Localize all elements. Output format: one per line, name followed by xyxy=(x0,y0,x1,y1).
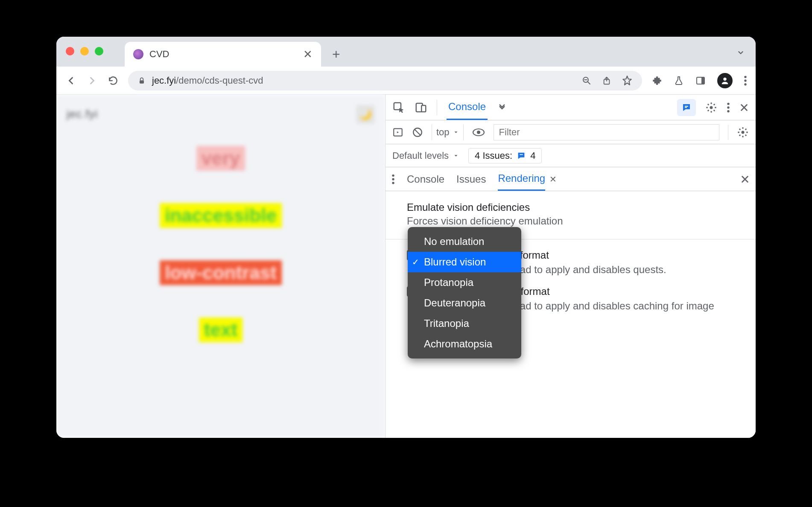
content-split: jec.fyi 🌙 very inaccessible low-contrast… xyxy=(56,95,756,438)
window-controls xyxy=(66,47,103,55)
zoom-out-icon[interactable] xyxy=(581,76,592,86)
console-sidebar-toggle-icon[interactable] xyxy=(392,127,403,138)
svg-point-22 xyxy=(742,131,745,134)
drawer-tabbar: Console Issues Rendering ✕ xyxy=(386,167,756,191)
dropdown-option[interactable]: Protanopia xyxy=(408,272,521,293)
tab-title: CVD xyxy=(149,49,297,60)
check-icon: ✓ xyxy=(412,257,419,267)
dropdown-option[interactable]: No emulation xyxy=(408,231,521,252)
page-word: inaccessible xyxy=(160,203,282,228)
rendering-setting-title: Emulate vision deficiencies xyxy=(407,201,734,213)
dropdown-option[interactable]: Achromatopsia xyxy=(408,334,521,354)
drawer-tab-console[interactable]: Console xyxy=(407,173,444,185)
forward-button[interactable] xyxy=(86,75,98,87)
drawer-tab-close-icon[interactable]: ✕ xyxy=(549,174,557,184)
theme-toggle-button[interactable]: 🌙 xyxy=(356,105,375,124)
settings-gear-icon[interactable] xyxy=(705,102,717,114)
devtools-menu-icon[interactable] xyxy=(727,102,730,113)
url-text: jec.fyi/demo/cds-quest-cvd xyxy=(152,75,575,86)
issues-counter[interactable]: 4 Issues: 4 xyxy=(468,148,542,163)
address-bar[interactable]: jec.fyi/demo/cds-quest-cvd xyxy=(128,71,642,90)
reload-button[interactable] xyxy=(108,75,119,86)
devtools-tab-console[interactable]: Console xyxy=(447,95,488,120)
profile-avatar[interactable] xyxy=(717,73,733,88)
tab-close-button[interactable]: ✕ xyxy=(303,48,313,61)
devtools-tabs-overflow-icon[interactable] xyxy=(497,102,507,113)
drawer-close-icon[interactable] xyxy=(740,175,750,184)
issues-count: 4 xyxy=(530,150,535,161)
omnibox-actions xyxy=(581,75,633,86)
devtools-close-icon[interactable] xyxy=(739,103,749,112)
share-icon[interactable] xyxy=(602,76,611,86)
tab-favicon xyxy=(133,49,143,59)
rendering-panel: Emulate vision deficiencies Forces visio… xyxy=(386,191,756,345)
console-filter-input[interactable] xyxy=(494,124,719,140)
devtools-topbar: Console xyxy=(386,95,756,120)
inspect-icon[interactable] xyxy=(392,101,405,114)
page-words: very inaccessible low-contrast text xyxy=(160,146,282,342)
svg-point-7 xyxy=(744,79,746,82)
page-word: text xyxy=(199,318,242,342)
svg-rect-11 xyxy=(421,105,426,112)
svg-point-17 xyxy=(727,110,729,112)
console-settings-gear-icon[interactable] xyxy=(737,126,749,138)
drawer-tab-rendering[interactable]: Rendering xyxy=(498,167,545,191)
console-toolbar: top xyxy=(386,120,756,144)
new-tab-button[interactable]: + xyxy=(332,47,340,67)
extensions-icon[interactable] xyxy=(651,75,663,86)
svg-point-14 xyxy=(710,106,713,109)
toolbar-actions xyxy=(651,73,747,88)
svg-rect-13 xyxy=(685,107,687,108)
svg-rect-0 xyxy=(140,80,144,84)
device-toggle-icon[interactable] xyxy=(415,101,427,114)
svg-point-25 xyxy=(392,178,394,180)
devtools-panel: Console top xyxy=(385,95,756,438)
clear-console-icon[interactable] xyxy=(412,127,423,138)
back-button[interactable] xyxy=(65,75,77,87)
browser-toolbar: jec.fyi/demo/cds-quest-cvd xyxy=(56,67,756,95)
window-maximize-button[interactable] xyxy=(95,47,103,55)
browser-menu-icon[interactable] xyxy=(744,75,747,86)
rendering-setting-subtitle: Forces vision deficiency emulation xyxy=(407,215,734,227)
svg-point-24 xyxy=(392,174,394,176)
dropdown-option[interactable]: Deuteranopia xyxy=(408,293,521,313)
dropdown-option[interactable]: Tritanopia xyxy=(408,313,521,334)
browser-tab[interactable]: CVD ✕ xyxy=(125,42,321,67)
page-word: low-contrast xyxy=(160,260,282,285)
drawer-tab-issues[interactable]: Issues xyxy=(456,173,486,185)
log-levels-label: Default levels xyxy=(392,150,449,161)
svg-point-6 xyxy=(744,76,746,78)
svg-point-15 xyxy=(727,102,729,105)
svg-point-21 xyxy=(477,131,480,134)
page-word: very xyxy=(196,146,245,171)
svg-point-5 xyxy=(723,77,726,80)
browser-window: CVD ✕ + jec.fyi/demo/cds-quest-cvd xyxy=(56,37,756,438)
svg-rect-4 xyxy=(701,77,704,84)
window-minimize-button[interactable] xyxy=(80,47,89,55)
url-host: jec.fyi xyxy=(152,75,176,86)
labs-icon[interactable] xyxy=(674,75,684,86)
drawer-menu-icon[interactable] xyxy=(391,174,395,185)
page-viewport[interactable]: jec.fyi 🌙 very inaccessible low-contrast… xyxy=(56,95,385,438)
context-label: top xyxy=(436,127,450,138)
dropdown-option-selected[interactable]: ✓ Blurred vision xyxy=(408,252,521,272)
svg-rect-12 xyxy=(685,106,688,107)
url-path: /demo/cds-quest-cvd xyxy=(176,75,263,86)
page-logo: jec.fyi xyxy=(67,108,98,121)
issues-chip-icon xyxy=(517,151,526,160)
context-selector[interactable]: top xyxy=(432,124,464,140)
svg-point-26 xyxy=(392,181,394,184)
sidepanel-icon[interactable] xyxy=(695,76,706,86)
tabs-overflow-button[interactable] xyxy=(736,48,745,57)
tab-bar: CVD ✕ + xyxy=(56,37,756,67)
console-levels-bar: Default levels 4 Issues: 4 xyxy=(386,144,756,167)
bookmark-icon[interactable] xyxy=(622,75,633,86)
lock-icon xyxy=(137,76,146,85)
log-levels-selector[interactable]: Default levels xyxy=(392,150,459,161)
svg-rect-23 xyxy=(520,154,523,155)
window-close-button[interactable] xyxy=(66,47,74,55)
live-expression-icon[interactable] xyxy=(472,128,485,137)
vision-deficiency-dropdown[interactable]: No emulation ✓ Blurred vision Protanopia… xyxy=(408,227,521,358)
issues-indicator-button[interactable] xyxy=(677,99,696,116)
svg-point-8 xyxy=(744,83,746,85)
